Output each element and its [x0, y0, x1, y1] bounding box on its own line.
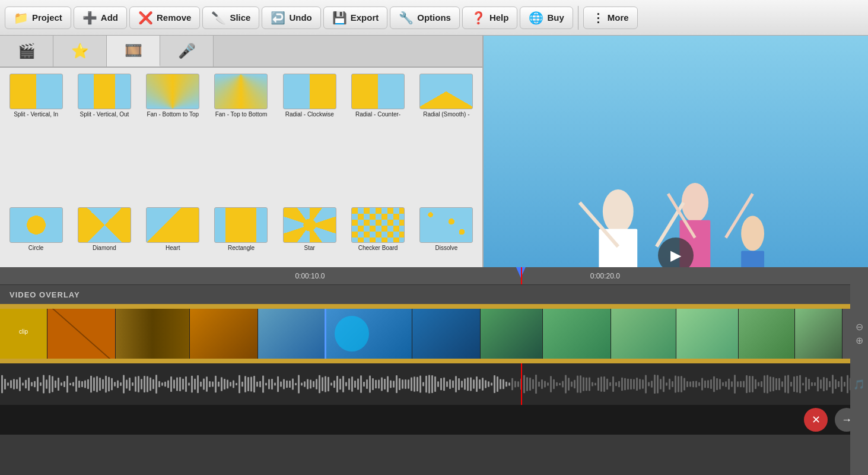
remove-button[interactable]: ❌ Remove — [129, 7, 200, 29]
transition-fan-bottom[interactable]: Fan - Bottom to Top — [139, 71, 206, 204]
zoom-out-icon[interactable]: ⊖ — [856, 321, 863, 332]
film-clip-11[interactable] — [676, 304, 739, 363]
transition-thumb-checker — [351, 207, 405, 243]
filmstrip-bottom-bar — [0, 359, 850, 363]
svg-rect-178 — [458, 378, 460, 390]
svg-rect-252 — [678, 376, 679, 392]
transition-radial-cw[interactable]: Radial - Clockwise — [276, 71, 343, 204]
svg-rect-133 — [325, 376, 326, 392]
svg-rect-44 — [61, 382, 62, 386]
svg-rect-292 — [796, 376, 798, 392]
options-button[interactable]: 🔧 Options — [390, 7, 460, 29]
svg-rect-131 — [319, 375, 320, 394]
transition-fan-top[interactable]: Fan - Top to Bottom — [208, 71, 275, 204]
film-clip-9[interactable] — [543, 304, 611, 363]
svg-rect-144 — [357, 378, 359, 390]
svg-rect-269 — [728, 379, 730, 390]
undo-button[interactable]: ↩️ Undo — [262, 7, 320, 29]
svg-rect-254 — [683, 378, 685, 390]
svg-rect-135 — [330, 382, 332, 385]
film-clip-6-selected[interactable] — [326, 304, 412, 363]
film-clip-3[interactable] — [116, 304, 190, 363]
filmstrip-container[interactable]: clip — [0, 304, 868, 363]
svg-rect-114 — [268, 379, 270, 390]
svg-rect-82 — [173, 379, 175, 388]
options-icon: 🔧 — [399, 11, 414, 25]
svg-rect-65 — [123, 375, 125, 393]
svg-rect-276 — [749, 376, 751, 392]
film-clip-12[interactable] — [739, 304, 795, 363]
svg-rect-38 — [43, 375, 44, 394]
help-icon: ❓ — [471, 11, 486, 25]
svg-rect-197 — [514, 381, 516, 387]
svg-rect-170 — [434, 376, 436, 392]
svg-rect-138 — [339, 379, 341, 390]
svg-rect-56 — [96, 376, 98, 392]
more-label: More — [608, 12, 629, 23]
svg-rect-262 — [707, 380, 709, 388]
svg-rect-251 — [675, 375, 676, 392]
svg-rect-100 — [227, 379, 228, 388]
svg-rect-167 — [425, 376, 427, 392]
svg-rect-180 — [464, 378, 466, 390]
tab-video[interactable]: 🎬 — [0, 36, 53, 66]
svg-rect-81 — [170, 376, 172, 392]
svg-rect-215 — [568, 378, 570, 390]
svg-rect-220 — [583, 377, 584, 391]
timecode-20s: 0:00:20.0 — [590, 272, 620, 280]
svg-rect-244 — [654, 375, 656, 394]
svg-rect-294 — [802, 383, 804, 386]
close-button[interactable]: ✕ — [804, 408, 828, 432]
film-clip-2[interactable] — [47, 304, 116, 363]
film-clip-1[interactable]: clip — [0, 304, 47, 363]
svg-rect-237 — [633, 379, 635, 390]
slice-button[interactable]: 🔪 Slice — [202, 7, 259, 29]
toolbar-separator — [578, 6, 578, 30]
film-clip-10[interactable] — [611, 304, 676, 363]
film-clip-4[interactable] — [190, 304, 258, 363]
svg-rect-137 — [336, 376, 338, 392]
transition-split-v-in[interactable]: Split - Vertical, In — [2, 71, 69, 204]
svg-rect-214 — [565, 375, 567, 393]
svg-rect-110 — [256, 382, 258, 387]
svg-rect-296 — [808, 379, 810, 390]
tabs-bar: 🎬 ⭐ 🎞️ 🎤 — [0, 36, 482, 68]
svg-rect-126 — [304, 381, 306, 387]
help-button[interactable]: ❓ Help — [462, 7, 518, 29]
svg-rect-148 — [369, 375, 371, 392]
film-clip-13[interactable] — [795, 304, 842, 363]
clip-1-thumb: clip — [0, 304, 47, 363]
svg-rect-227 — [603, 376, 605, 392]
export-button[interactable]: 💾 Export — [323, 7, 388, 29]
project-button[interactable]: 📁 Project — [5, 7, 71, 29]
svg-rect-185 — [479, 379, 481, 389]
svg-rect-85 — [182, 379, 184, 390]
transition-split-v-out[interactable]: Split - Vertical, Out — [71, 71, 138, 204]
tab-favorites[interactable]: ⭐ — [53, 36, 107, 66]
film-clip-7[interactable] — [412, 304, 481, 363]
waveform-scrollbar: 🎵 — [850, 363, 868, 405]
zoom-in-icon[interactable]: ⊕ — [856, 335, 863, 346]
film-clip-5[interactable] — [258, 304, 326, 363]
svg-rect-164 — [416, 377, 418, 392]
svg-rect-234 — [624, 378, 626, 390]
svg-rect-151 — [378, 379, 380, 388]
svg-rect-297 — [811, 382, 813, 386]
transition-radial-ccw[interactable]: Radial - Counter- — [344, 71, 411, 204]
svg-rect-301 — [823, 377, 825, 391]
buy-icon: 🌐 — [529, 11, 543, 25]
tab-transitions[interactable]: 🎞️ — [107, 36, 160, 66]
svg-rect-66 — [126, 379, 128, 388]
add-button[interactable]: ➕ Add — [74, 7, 127, 29]
svg-rect-300 — [820, 379, 822, 389]
svg-rect-307 — [841, 376, 842, 392]
buy-button[interactable]: 🌐 Buy — [520, 7, 573, 29]
film-clip-8[interactable] — [481, 304, 543, 363]
tab-audio[interactable]: 🎤 — [160, 36, 214, 66]
transition-radial-smooth[interactable]: Radial (Smooth) - — [413, 71, 480, 204]
svg-rect-206 — [541, 379, 543, 389]
more-button[interactable]: ⋮ More — [583, 7, 638, 29]
svg-rect-77 — [158, 381, 160, 388]
svg-rect-157 — [396, 375, 398, 393]
svg-rect-106 — [244, 376, 246, 392]
